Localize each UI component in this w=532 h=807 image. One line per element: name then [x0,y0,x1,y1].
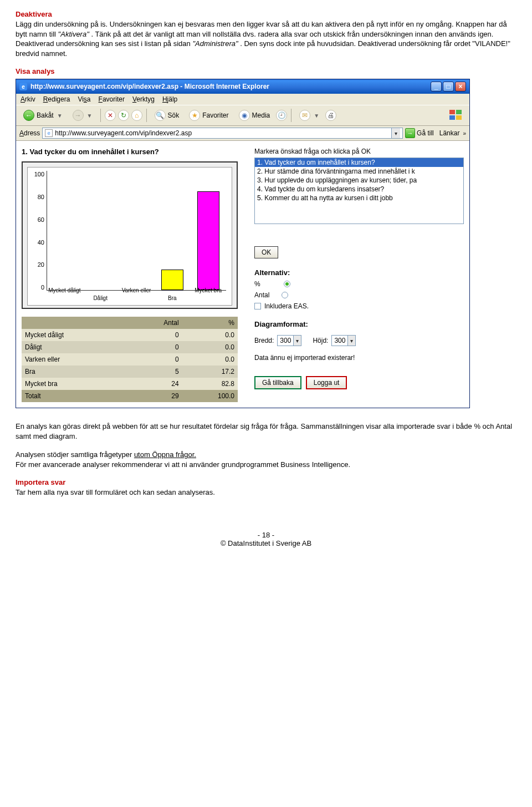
menubar: Arkiv Redigera Visa Favoriter Verktyg Hj… [16,94,469,105]
menu-verktyg[interactable]: Verktyg [132,95,155,103]
fwd-drop-icon[interactable]: ▼ [87,113,93,119]
mail-button[interactable]: ✉ ▼ [295,108,323,123]
alternativ-heading: Alternativ: [254,268,464,277]
minimize-button[interactable]: _ [431,82,442,92]
ie-icon: e [19,83,27,90]
toolbar-separator2 [146,109,147,122]
checkbox-eas[interactable] [254,303,261,309]
list-item[interactable]: 3. Hur upplevde du uppläggningen av kurs… [255,176,463,185]
favorites-button[interactable]: ★ Favoriter [185,108,232,123]
stop-icon[interactable]: ✕ [105,110,116,121]
list-item[interactable]: 2. Hur stämde dina förväntningarna med i… [255,167,463,176]
below-p1: En analys kan göras direkt på webben för… [16,422,516,441]
page-number: - 18 - [16,531,516,539]
x-tick-label: Mycket dåligt [48,287,81,293]
y-axis: 100806040200 [28,168,47,305]
opt-eas-label: Inkludera EAS. [264,302,309,310]
toolbar-separator [100,109,101,122]
list-item[interactable]: 5. Kommer du att ha nytta av kursen i di… [255,194,463,202]
d-italic1: "Aktivera" [58,30,89,38]
ok-button[interactable]: OK [254,246,278,258]
table-row: Dåligt00.0 [22,341,238,353]
address-input[interactable]: e http://www.surveyagent.com/vip/indexve… [42,128,403,139]
import-message: Data ännu ej importerad existerar! [254,354,464,362]
links-chevron-icon[interactable]: » [463,130,466,136]
th-percent: % [182,317,238,329]
print-icon[interactable]: 🖨 [325,110,336,121]
mail-drop-icon[interactable]: ▼ [314,113,319,119]
width-select[interactable]: 300 ▾ [277,335,301,346]
close-button[interactable]: × [455,82,466,92]
radio-percent[interactable] [284,281,290,287]
x-tick-label: Dåligt [84,295,117,301]
forward-button[interactable]: → ▼ [69,108,96,123]
chart-inner: 100806040200 Mycket dåligtDåligtVarken e… [27,167,232,306]
address-bar: Adress e http://www.surveyagent.com/vip/… [16,126,469,141]
deaktivera-body: Lägg din undersökning på is. Undersöknin… [16,19,516,58]
th-label [22,317,130,329]
list-item[interactable]: 1. Vad tycker du om innehållet i kursen? [255,158,463,167]
table-row: Varken eller00.0 [22,353,238,366]
search-icon: 🔍 [155,110,166,121]
fav-label: Favoriter [202,111,228,119]
svg-rect-0 [449,110,455,114]
links-label[interactable]: Länkar [439,129,460,137]
menu-hjalp[interactable]: Hjälp [162,95,177,103]
menu-favoriter[interactable]: Favoriter [99,95,125,103]
window-title: http://www.surveyagent.com/vip/indexver2… [30,83,269,90]
address-label: Adress [19,129,40,137]
copyright: © DataInstitutet i Sverige AB [16,539,516,547]
search-label: Sök [168,111,180,119]
d-italic2: "Administrera" [192,39,238,48]
address-url: http://www.surveyagent.com/vip/indexver2… [55,129,192,137]
x-tick-label: Varken eller [120,287,153,293]
height-drop-icon[interactable]: ▾ [347,336,355,346]
footer: - 18 - © DataInstitutet i Sverige AB [16,531,516,547]
menu-arkiv[interactable]: Arkiv [21,95,35,103]
maximize-button[interactable]: □ [443,82,454,92]
question-list[interactable]: 1. Vad tycker du om innehållet i kursen?… [254,158,464,224]
plot-area [47,171,226,291]
logout-button[interactable]: Logga ut [306,376,347,389]
search-button[interactable]: 🔍 Sök [151,108,183,123]
toolbar-separator3 [291,109,291,122]
table-total-row: Totalt29100.0 [22,390,238,402]
history-icon[interactable]: 🕘 [276,110,287,121]
importera-body: Tar hem alla nya svar till formuläret oc… [16,488,516,498]
back-button[interactable]: ← Bakåt ▼ [19,108,66,123]
toolbar: ← Bakåt ▼ → ▼ ✕ ↻ ⌂ 🔍 Sök ★ Favoriter ◉ … [16,105,469,126]
diagramformat-heading: Diagramformat: [254,320,464,328]
home-icon[interactable]: ⌂ [131,110,142,121]
chart-box: 100806040200 Mycket dåligtDåligtVarken e… [22,161,238,309]
star-icon: ★ [189,110,200,121]
table-row: Mycket bra2482.8 [22,378,238,390]
windows-flag-icon [446,108,466,123]
refresh-icon[interactable]: ↻ [118,110,129,121]
page-icon: e [45,129,53,137]
list-item[interactable]: 4. Vad tyckte du om kursledarens insatse… [255,185,463,194]
height-value: 300 [332,337,347,344]
media-label: Media [252,111,270,119]
media-button[interactable]: ◉ Media [235,108,274,123]
height-select[interactable]: 300 ▾ [331,335,356,346]
bar [197,191,219,290]
x-tick-label: Mycket bra [192,287,225,293]
below-p2u: utom Öppna frågor. [134,450,196,459]
browser-window: e http://www.surveyagent.com/vip/indexve… [16,79,470,408]
below-p2a: Analysen stödjer samtliga frågetyper [16,450,134,459]
back-icon: ← [23,110,34,121]
back-drop-icon[interactable]: ▼ [57,113,63,119]
radio-antal[interactable] [282,292,288,298]
width-drop-icon[interactable]: ▾ [293,336,301,346]
address-drop-icon[interactable]: ▾ [391,128,400,138]
svg-rect-2 [449,115,455,120]
svg-rect-1 [456,110,462,114]
visa-analys-title: Visa analys [16,67,516,75]
x-labels: Mycket dåligtDåligtVarken ellerBraMycket… [47,288,226,303]
menu-visa[interactable]: Visa [78,95,90,103]
menu-redigera[interactable]: Redigera [43,95,70,103]
go-button[interactable]: → Gå till [405,128,434,138]
media-icon: ◉ [239,110,250,121]
back-page-button[interactable]: Gå tillbaka [254,376,301,389]
right-instruction: Markera önskad fråga och klicka på OK [254,148,464,155]
